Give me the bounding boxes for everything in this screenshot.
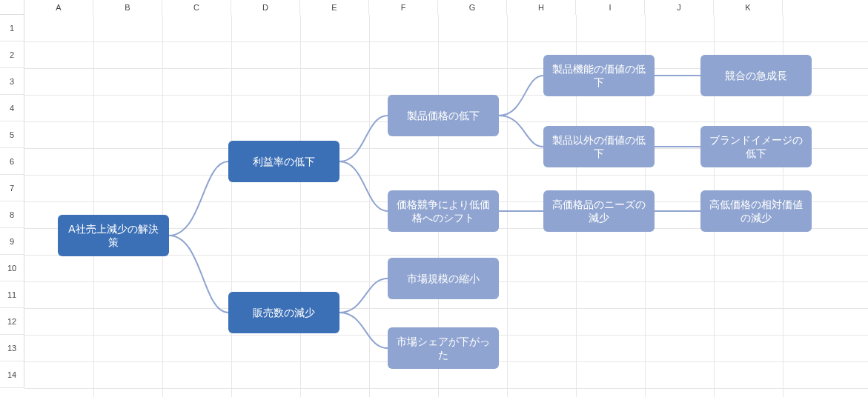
node-label: ブランドイメージの低下 [706, 133, 806, 160]
row-head[interactable]: 3 [0, 68, 24, 95]
tree-node-l3[interactable]: 高価格品のニーズの減少 [543, 190, 655, 232]
row-head[interactable]: 13 [0, 335, 24, 361]
node-label: 価格競争により低価格へのシフト [394, 198, 493, 224]
tree-node-l2[interactable]: 市場シェアが下がった [388, 327, 499, 369]
spreadsheet-view: A B C D E F G H I J K 1 2 3 4 5 6 7 8 9 … [0, 0, 868, 397]
row-head[interactable]: 5 [0, 121, 24, 148]
tree-node-l4[interactable]: 競合の急成長 [700, 55, 812, 96]
col-head[interactable]: F [369, 0, 438, 15]
node-label: 製品以外の価値の低下 [549, 133, 649, 160]
select-all-triangle[interactable] [0, 0, 24, 15]
row-head[interactable]: 11 [0, 281, 24, 308]
row-head[interactable]: 1 [0, 15, 24, 41]
node-label: 市場規模の縮小 [407, 272, 480, 285]
node-label: 市場シェアが下がった [394, 335, 493, 361]
node-label: 製品機能の価値の低下 [549, 62, 649, 89]
tree-node-l2[interactable]: 価格競争により低価格へのシフト [388, 190, 499, 232]
tree-node-l1[interactable]: 販売数の減少 [228, 292, 339, 333]
row-head[interactable]: 10 [0, 255, 24, 281]
node-label: 販売数の減少 [253, 306, 315, 319]
column-headers: A B C D E F G H I J K [24, 0, 783, 15]
col-head[interactable]: B [93, 0, 162, 15]
tree-root[interactable]: A社売上減少の解決策 [58, 215, 169, 256]
tree-node-l2[interactable]: 製品価格の低下 [388, 95, 499, 136]
tree-node-l4[interactable]: 高低価格の相対価値の減少 [700, 190, 812, 232]
col-head[interactable]: I [576, 0, 645, 15]
node-label: 製品価格の低下 [407, 109, 480, 122]
tree-node-l4[interactable]: ブランドイメージの低下 [700, 126, 812, 167]
col-head[interactable]: D [231, 0, 300, 15]
col-head[interactable]: J [645, 0, 714, 15]
col-head[interactable]: K [714, 0, 783, 15]
row-head[interactable]: 12 [0, 308, 24, 335]
row-head[interactable]: 9 [0, 228, 24, 255]
row-head[interactable]: 6 [0, 148, 24, 175]
node-label: 利益率の低下 [253, 155, 315, 168]
row-head[interactable]: 2 [0, 41, 24, 68]
tree-node-l1[interactable]: 利益率の低下 [228, 141, 339, 182]
col-head[interactable]: A [24, 0, 93, 15]
node-label: 高低価格の相対価値の減少 [706, 198, 806, 224]
node-label: A社売上減少の解決策 [64, 222, 163, 249]
node-label: 競合の急成長 [725, 69, 787, 82]
col-head[interactable]: G [438, 0, 507, 15]
row-head[interactable]: 14 [0, 361, 24, 388]
tree-node-l3[interactable]: 製品以外の価値の低下 [543, 126, 655, 167]
row-headers: 1 2 3 4 5 6 7 8 9 10 11 12 13 14 [0, 15, 24, 388]
tree-node-l2[interactable]: 市場規模の縮小 [388, 258, 499, 299]
col-head[interactable]: C [162, 0, 231, 15]
row-head[interactable]: 8 [0, 201, 24, 228]
col-head[interactable]: H [507, 0, 576, 15]
row-head[interactable]: 4 [0, 95, 24, 121]
tree-node-l3[interactable]: 製品機能の価値の低下 [543, 55, 655, 96]
col-head[interactable]: E [300, 0, 369, 15]
row-head[interactable]: 7 [0, 175, 24, 201]
node-label: 高価格品のニーズの減少 [549, 198, 649, 224]
